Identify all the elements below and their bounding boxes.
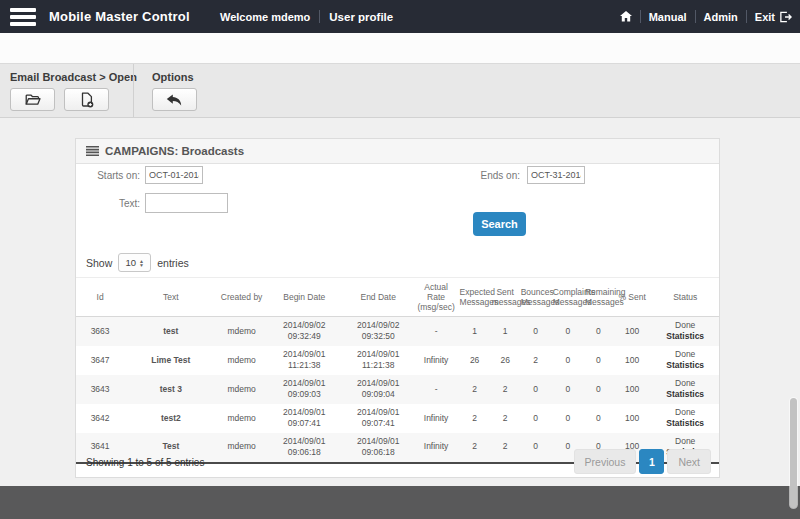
cell-complaints: 0	[552, 375, 584, 404]
cell-id: 3643	[76, 375, 124, 404]
user-profile-link[interactable]: User profile	[329, 11, 393, 23]
admin-link[interactable]: Admin	[704, 11, 738, 23]
col-remaining[interactable]: Remaining Messages	[584, 278, 613, 317]
table-row: 3643 test 3 mdemo 2014/09/0109:09:03 201…	[76, 375, 719, 404]
cell-actual-rate: Infinity	[414, 433, 459, 463]
cell-complaints: 0	[552, 404, 584, 433]
col-expected[interactable]: Expected Messages	[459, 278, 491, 317]
col-actual-rate[interactable]: Actual Rate (msg/sec)	[414, 278, 459, 317]
cell-pct-sent: 100	[613, 317, 652, 346]
col-text[interactable]: Text	[124, 278, 217, 317]
cell-id: 3647	[76, 346, 124, 375]
pagination: Previous 1 Next	[574, 449, 711, 474]
folder-open-icon	[25, 93, 41, 106]
cell-actual-rate: Infinity	[414, 346, 459, 375]
file-new-icon	[80, 92, 94, 108]
table-info: Showing 1 to 5 of 5 entries	[86, 457, 204, 468]
table-row: 3663 test mdemo 2014/09/0209:32:49 2014/…	[76, 317, 719, 346]
cell-remaining: 0	[584, 404, 613, 433]
welcome-text: Welcome mdemo	[220, 11, 310, 23]
col-pct-sent[interactable]: % Sent	[613, 278, 652, 317]
cell-pct-sent: 100	[613, 404, 652, 433]
toolbar-ribbon: Email Broadcast > Open	[0, 63, 800, 118]
cell-created-by: mdemo	[217, 433, 265, 463]
table-row: 3647 Lime Test mdemo 2014/09/0111:21:38 …	[76, 346, 719, 375]
ends-on-input[interactable]	[527, 166, 585, 184]
cell-actual-rate: -	[414, 375, 459, 404]
broadcasts-table: Id Text Created by Begin Date End Date A…	[76, 277, 719, 464]
cell-status: DoneStatistics	[651, 404, 719, 433]
cell-id: 3642	[76, 404, 124, 433]
breadcrumb: Email Broadcast > Open	[10, 71, 137, 83]
cell-text: test2	[124, 404, 217, 433]
entries-select[interactable]: 10 ▲▼	[118, 253, 151, 272]
cell-pct-sent: 100	[613, 346, 652, 375]
cell-bounces: 0	[520, 375, 552, 404]
broadcast-section: Email Broadcast > Open	[10, 64, 137, 117]
cell-id: 3663	[76, 317, 124, 346]
cell-sent: 2	[491, 433, 520, 463]
ends-on-label: Ends on:	[454, 170, 520, 181]
menu-icon[interactable]	[10, 5, 36, 29]
cell-expected: 1	[459, 317, 491, 346]
cell-begin-date: 2014/09/0109:09:03	[266, 375, 343, 404]
show-entries-row: Show 10 ▲▼ entries	[86, 253, 189, 272]
col-bounces[interactable]: Bounces Messages	[520, 278, 552, 317]
table-header-row: Id Text Created by Begin Date End Date A…	[76, 278, 719, 317]
cell-status: DoneStatistics	[651, 375, 719, 404]
text-input[interactable]	[145, 193, 228, 213]
table-row: 3642 test2 mdemo 2014/09/0109:07:41 2014…	[76, 404, 719, 433]
divider	[695, 10, 696, 23]
statistics-link[interactable]: Statistics	[653, 418, 717, 429]
cell-bounces: 2	[520, 346, 552, 375]
col-complaints[interactable]: Complaints Messages	[552, 278, 584, 317]
cell-bounces: 0	[520, 433, 552, 463]
page-1-button[interactable]: 1	[639, 449, 664, 474]
cell-sent: 26	[491, 346, 520, 375]
scrollbar-thumb[interactable]	[790, 398, 797, 508]
top-navbar: Mobile Master Control Welcome mdemo User…	[0, 0, 800, 33]
cell-remaining: 0	[584, 375, 613, 404]
new-broadcast-button[interactable]	[64, 88, 109, 111]
col-end-date[interactable]: End Date	[343, 278, 414, 317]
panel-header: CAMPAIGNS: Broadcasts	[76, 139, 719, 164]
select-arrows-icon: ▲▼	[139, 259, 144, 267]
statistics-link[interactable]: Statistics	[653, 331, 717, 342]
entries-label: entries	[157, 257, 189, 269]
cell-sent: 1	[491, 317, 520, 346]
statistics-link[interactable]: Statistics	[653, 389, 717, 400]
exit-link[interactable]: Exit	[755, 11, 792, 23]
cell-sent: 2	[491, 375, 520, 404]
cell-created-by: mdemo	[217, 346, 265, 375]
page: Mobile Master Control Welcome mdemo User…	[0, 0, 800, 519]
col-status[interactable]: Status	[651, 278, 719, 317]
cell-complaints: 0	[552, 317, 584, 346]
app-title: Mobile Master Control	[49, 9, 190, 24]
back-button[interactable]	[152, 88, 197, 111]
manual-link[interactable]: Manual	[649, 11, 687, 23]
back-arrow-icon	[166, 94, 183, 106]
statistics-link[interactable]: Statistics	[653, 360, 717, 371]
cell-complaints: 0	[552, 346, 584, 375]
search-button[interactable]: Search	[473, 212, 526, 236]
home-icon[interactable]	[620, 11, 632, 22]
col-id[interactable]: Id	[76, 278, 124, 317]
open-broadcast-button[interactable]	[10, 88, 55, 111]
cell-text: test	[124, 317, 217, 346]
toolbar-divider	[133, 64, 134, 117]
panel-title: CAMPAIGNS: Broadcasts	[105, 145, 244, 157]
cell-created-by: mdemo	[217, 317, 265, 346]
col-created-by[interactable]: Created by	[217, 278, 265, 317]
cell-remaining: 0	[584, 346, 613, 375]
cell-expected: 26	[459, 346, 491, 375]
cell-begin-date: 2014/09/0109:06:18	[266, 433, 343, 463]
cell-end-date: 2014/09/0209:32:50	[343, 317, 414, 346]
starts-on-input[interactable]	[145, 166, 203, 184]
next-page-button[interactable]: Next	[667, 449, 711, 474]
previous-page-button[interactable]: Previous	[574, 449, 637, 474]
subheader-strip	[0, 33, 800, 63]
col-sent[interactable]: Sent messages	[491, 278, 520, 317]
divider	[319, 10, 320, 23]
col-begin-date[interactable]: Begin Date	[266, 278, 343, 317]
navbar-links: Manual Admin Exit	[620, 0, 792, 33]
